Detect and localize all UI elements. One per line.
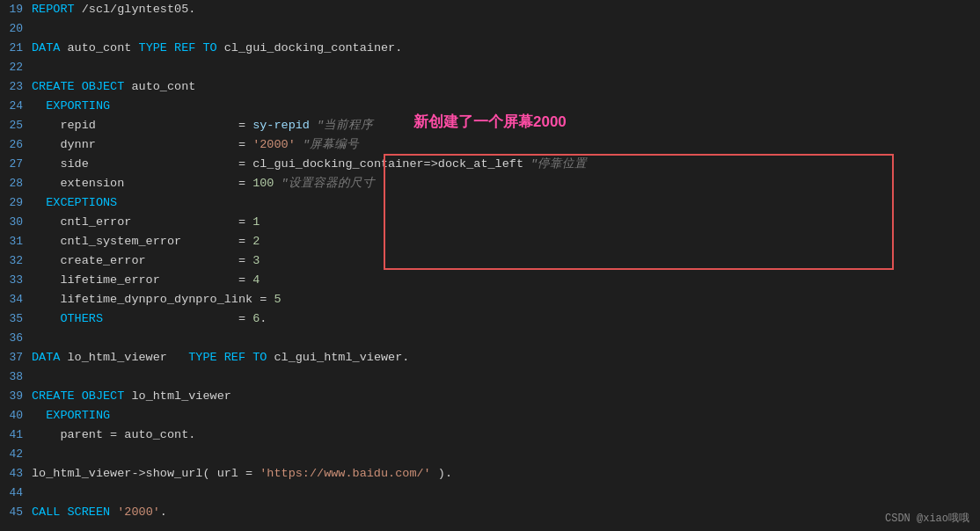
line-number: 33 — [0, 271, 32, 290]
line-number: 29 — [0, 193, 32, 213]
code-line: 39CREATE OBJECT lo_html_viewer — [0, 387, 980, 406]
line-content: REPORT /scl/glyntest05. — [32, 0, 980, 19]
line-number: 30 — [0, 213, 32, 232]
code-line: 40 EXPORTING — [0, 406, 980, 426]
code-line: 32 create_error = 3 — [0, 251, 980, 271]
code-line: 37DATA lo_html_viewer TYPE REF TO cl_gui… — [0, 348, 980, 367]
line-content: OTHERS = 6. — [32, 309, 980, 329]
code-line: 26 dynnr = '2000' "屏幕编号 — [0, 135, 980, 155]
line-number: 27 — [0, 155, 32, 174]
line-number: 44 — [0, 484, 32, 503]
line-number: 43 — [0, 464, 32, 484]
code-line: 20 — [0, 19, 980, 39]
code-line: 36 — [0, 329, 980, 348]
line-number: 40 — [0, 406, 32, 426]
code-line: 27 side = cl_gui_docking_container=>dock… — [0, 155, 980, 174]
line-number: 28 — [0, 174, 32, 193]
line-content: lifetime_error = 4 — [32, 271, 980, 290]
code-line: 28 extension = 100 "设置容器的尺寸 — [0, 174, 980, 193]
line-number: 23 — [0, 77, 32, 97]
line-content — [32, 445, 980, 464]
line-content: DATA lo_html_viewer TYPE REF TO cl_gui_h… — [32, 348, 980, 367]
code-line: 42 — [0, 445, 980, 464]
line-content: EXPORTING — [32, 406, 980, 426]
code-line: 22 — [0, 58, 980, 77]
line-number: 20 — [0, 19, 32, 39]
line-number: 21 — [0, 39, 32, 58]
line-content: dynnr = '2000' "屏幕编号 — [32, 135, 980, 155]
line-number: 42 — [0, 445, 32, 464]
code-line: 41 parent = auto_cont. — [0, 426, 980, 445]
line-content: parent = auto_cont. — [32, 426, 980, 445]
line-content: lo_html_viewer->show_url( url = 'https:/… — [32, 464, 980, 484]
code-editor: 19REPORT /scl/glyntest05.20 21DATA auto_… — [0, 0, 980, 531]
line-number: 36 — [0, 329, 32, 348]
line-content: DATA auto_cont TYPE REF TO cl_gui_dockin… — [32, 39, 980, 58]
code-line: 34 lifetime_dynpro_dynpro_link = 5 — [0, 290, 980, 309]
line-content: EXCEPTIONS — [32, 193, 980, 213]
line-number: 26 — [0, 135, 32, 155]
line-content: CREATE OBJECT auto_cont — [32, 77, 980, 97]
line-content: cntl_system_error = 2 — [32, 232, 980, 251]
code-line: 21DATA auto_cont TYPE REF TO cl_gui_dock… — [0, 39, 980, 58]
line-content: side = cl_gui_docking_container=>dock_at… — [32, 155, 980, 174]
line-content: cntl_error = 1 — [32, 213, 980, 232]
line-number: 45 — [0, 503, 32, 522]
line-number: 25 — [0, 116, 32, 135]
line-number: 38 — [0, 367, 32, 387]
line-content — [32, 367, 980, 387]
code-line: 19REPORT /scl/glyntest05. — [0, 0, 980, 19]
line-content: CREATE OBJECT lo_html_viewer — [32, 387, 980, 406]
line-number: 24 — [0, 97, 32, 116]
code-line: 30 cntl_error = 1 — [0, 213, 980, 232]
code-line: 45CALL SCREEN '2000'. — [0, 503, 980, 522]
line-content — [32, 329, 980, 348]
line-number: 41 — [0, 426, 32, 445]
line-content: CALL SCREEN '2000'. — [32, 503, 980, 522]
code-line: 38 — [0, 367, 980, 387]
code-line: 44 — [0, 484, 980, 503]
line-number: 31 — [0, 232, 32, 251]
code-line: 31 cntl_system_error = 2 — [0, 232, 980, 251]
line-content — [32, 484, 980, 503]
line-number: 35 — [0, 309, 32, 329]
code-line: 43lo_html_viewer->show_url( url = 'https… — [0, 464, 980, 484]
line-content: lifetime_dynpro_dynpro_link = 5 — [32, 290, 980, 309]
line-number: 22 — [0, 58, 32, 77]
line-content — [32, 58, 980, 77]
line-number: 32 — [0, 251, 32, 271]
csdn-watermark: CSDN @xiao哦哦 — [885, 511, 969, 526]
line-content: create_error = 3 — [32, 251, 980, 271]
code-line: 23CREATE OBJECT auto_cont — [0, 77, 980, 97]
code-line: 33 lifetime_error = 4 — [0, 271, 980, 290]
line-number: 34 — [0, 290, 32, 309]
line-content: extension = 100 "设置容器的尺寸 — [32, 174, 980, 193]
code-line: 29 EXCEPTIONS — [0, 193, 980, 213]
line-number: 37 — [0, 348, 32, 367]
line-number: 19 — [0, 0, 32, 19]
code-line: 35 OTHERS = 6. — [0, 309, 980, 329]
annotation-label: 新创建了一个屏幕2000 — [413, 112, 567, 132]
line-number: 39 — [0, 387, 32, 406]
line-content — [32, 19, 980, 39]
